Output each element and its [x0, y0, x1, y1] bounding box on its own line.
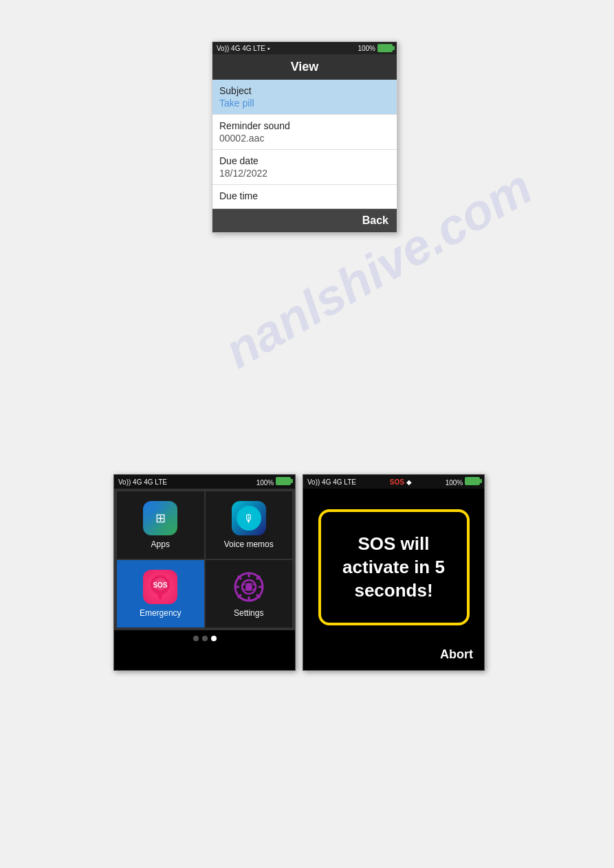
sos-main-content: SOS will activate in 5 seconds!: [303, 489, 484, 639]
apps-battery-percent: 100%: [256, 479, 274, 487]
voice-memos-label: Voice memos: [224, 539, 274, 549]
abort-button[interactable]: Abort: [440, 647, 473, 662]
due-time-field: Due time: [212, 185, 397, 209]
back-bar: Back: [212, 209, 397, 232]
bottom-section: Vo)) 4G 4G LTE 100%: [113, 474, 485, 671]
app-cell-voice[interactable]: 🎙 Voice memos: [206, 491, 293, 559]
apps-status-bar: Vo)) 4G 4G LTE 100%: [114, 475, 295, 489]
sos-signal: Vo)) 4G 4G LTE: [307, 478, 356, 486]
sos-screen: Vo)) 4G 4G LTE SOS ◆ 100% SOS will activ…: [303, 474, 485, 671]
sos-status-center: SOS ◆: [390, 478, 412, 486]
sos-label: SOS: [390, 478, 404, 486]
page-dots: [114, 630, 295, 647]
status-left: Vo)) 4G 4G LTE ▪: [217, 45, 270, 52]
top-status-bar: Vo)) 4G 4G LTE ▪ 100%: [212, 42, 397, 54]
battery-percent: 100%: [358, 45, 375, 52]
due-date-value: 18/12/2022: [219, 168, 390, 179]
apps-screen: Vo)) 4G 4G LTE 100%: [113, 474, 296, 671]
reminder-sound-field: Reminder sound 00002.aac: [212, 115, 397, 150]
settings-svg-icon: [233, 571, 265, 603]
apps-grid: ⊞ Apps 🎙 Voice memos: [114, 489, 295, 630]
svg-text:⊞: ⊞: [155, 511, 166, 525]
sos-battery-percent: 100%: [446, 479, 463, 487]
battery-icon: [377, 44, 393, 52]
settings-label: Settings: [234, 608, 263, 618]
sim-icon: ▪: [267, 45, 270, 52]
dot-3: [211, 636, 217, 641]
sos-location-icon: ◆: [406, 478, 412, 486]
voice-memos-icon: 🎙: [232, 501, 266, 535]
reminder-sound-value: 00002.aac: [219, 133, 390, 144]
svg-text:SOS: SOS: [153, 581, 168, 589]
view-title: View: [212, 54, 397, 80]
apps-battery-icon: [276, 477, 291, 485]
apps-label: Apps: [151, 539, 170, 549]
due-date-field: Due date 18/12/2022: [212, 150, 397, 185]
svg-text:🎙: 🎙: [243, 513, 254, 524]
apps-svg-icon: ⊞: [148, 506, 173, 531]
app-cell-apps[interactable]: ⊞ Apps: [117, 491, 204, 559]
subject-value: Take pill: [219, 98, 390, 109]
apps-status-left: Vo)) 4G 4G LTE: [118, 478, 167, 486]
settings-icon: [232, 570, 266, 604]
app-cell-emergency[interactable]: SOS Emergency: [117, 560, 204, 627]
subject-field: Subject Take pill: [212, 80, 397, 115]
sos-status-left: Vo)) 4G 4G LTE: [307, 478, 356, 486]
sos-box: SOS will activate in 5 seconds!: [318, 509, 470, 625]
dot-2: [202, 636, 208, 641]
sos-battery-icon: [465, 477, 480, 485]
apps-status-right: 100%: [256, 477, 291, 487]
apps-signal: Vo)) 4G 4G LTE: [118, 478, 167, 486]
reminder-sound-label: Reminder sound: [219, 120, 390, 131]
subject-label: Subject: [219, 85, 390, 96]
due-date-label: Due date: [219, 155, 390, 166]
sos-countdown-message: SOS will activate in 5 seconds!: [335, 533, 453, 602]
view-reminder-screen: Vo)) 4G 4G LTE ▪ 100% View Subject Take …: [212, 41, 397, 233]
app-cell-settings[interactable]: Settings: [206, 560, 293, 627]
signal-text: Vo)) 4G 4G LTE: [217, 45, 265, 52]
svg-point-18: [245, 583, 252, 590]
svg-marker-5: [155, 590, 165, 601]
back-button[interactable]: Back: [362, 214, 388, 227]
sos-status-bar: Vo)) 4G 4G LTE SOS ◆ 100%: [303, 475, 484, 489]
apps-icon: ⊞: [143, 501, 177, 535]
emergency-label: Emergency: [140, 608, 182, 618]
emergency-icon: SOS: [143, 570, 177, 604]
voice-svg-icon: 🎙: [237, 506, 261, 531]
status-right: 100%: [358, 44, 393, 52]
due-time-label: Due time: [219, 190, 390, 201]
emergency-svg-icon: SOS: [143, 570, 177, 604]
sos-status-right: 100%: [446, 477, 480, 487]
sos-abort-bar: Abort: [303, 639, 484, 670]
dot-1: [193, 636, 199, 641]
